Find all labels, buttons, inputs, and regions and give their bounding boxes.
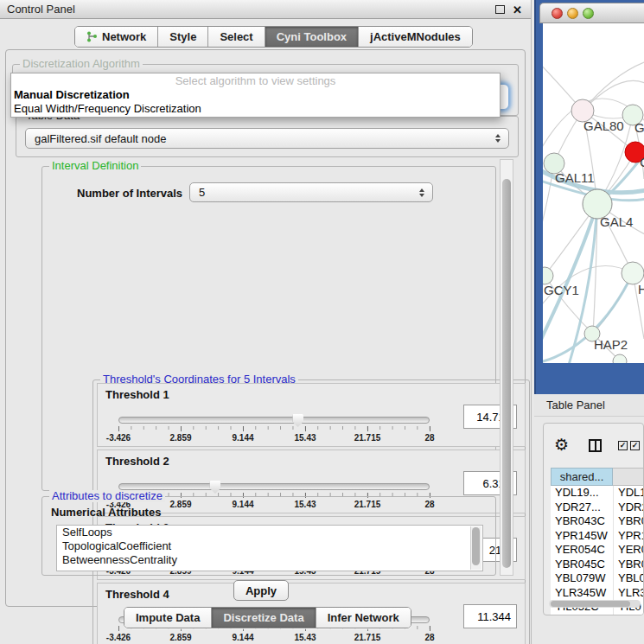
slider-ticks: -3.426 2.859 9.144 15.43 21.715 28 <box>118 426 430 443</box>
label-gcy1: GCY1 <box>544 283 579 297</box>
attributes-group-title: Attributes to discretize <box>49 490 165 502</box>
attributes-group: Attributes to discretize Numerical Attri… <box>41 496 496 576</box>
dropdown-placeholder-option[interactable]: Select algorithm to view settings <box>11 73 500 88</box>
apply-button[interactable]: Apply <box>233 580 289 601</box>
list-item[interactable]: TopologicalCoefficient <box>57 539 482 553</box>
float-window-icon[interactable] <box>495 5 505 14</box>
table-row[interactable]: YBR043CYBR0 <box>551 514 644 529</box>
column-header-name[interactable]: na <box>613 468 644 486</box>
slider-thumb[interactable] <box>292 414 303 427</box>
control-panel-title: Control Panel <box>7 3 75 16</box>
mac-zoom-icon[interactable] <box>583 8 594 19</box>
dropdown-option-equal-width[interactable]: Equal Width/Frequency Discretization <box>11 102 500 116</box>
label-hap2: HAP2 <box>594 337 628 352</box>
number-of-intervals-value: 5 <box>199 186 205 199</box>
numerical-attributes-label: Numerical Attributes <box>51 506 161 519</box>
table-horizontal-scrollbar[interactable] <box>549 600 641 608</box>
table-panel-title: Table Panel <box>546 399 605 411</box>
label-gal11: GAL11 <box>555 170 595 185</box>
table-data-group: Table Data galFiltered.sif default node <box>16 116 519 157</box>
list-scrollbar[interactable] <box>470 526 481 570</box>
tab-infer-network[interactable]: Infer Network <box>316 608 411 628</box>
table-body: YDL19...YDL1 YDR27...YDR2 YBR043CYBR0 YP… <box>551 486 644 615</box>
table-row[interactable]: YBL079WYBL0 <box>551 571 644 586</box>
column-header-shared-name[interactable]: shared... <box>551 468 613 486</box>
table-data-value: galFiltered.sif default node <box>35 132 166 145</box>
label-gal80: GAL80 <box>583 118 624 133</box>
number-of-intervals-combobox[interactable]: 5 <box>189 182 433 202</box>
table-row[interactable]: YPR145WYPR1 <box>551 529 644 544</box>
table-row[interactable]: YDR27...YDR2 <box>551 501 644 515</box>
control-panel-titlebar[interactable]: Control Panel ✕ <box>0 0 531 19</box>
algorithm-dropdown-popup: Select algorithm to view settings Manual… <box>10 73 501 118</box>
numerical-attributes-list[interactable]: SelfLoops TopologicalCoefficient Between… <box>56 525 483 571</box>
list-item[interactable]: BetweennessCentrality <box>57 553 482 567</box>
interval-definition-group: Interval Definition Number of Intervals … <box>41 166 496 491</box>
label-ga: GA <box>634 120 644 135</box>
algorithm-group-title: Discretization Algorithm <box>20 58 143 70</box>
tab-cyni-toolbox[interactable]: Cyni Toolbox <box>265 27 359 47</box>
screen: Control Panel ✕ Network Style Select Cyn… <box>0 0 644 644</box>
stepper-arrows-icon <box>495 134 501 143</box>
checkbox-icon[interactable]: ✓ <box>630 441 640 450</box>
tab-network[interactable]: Network <box>75 27 158 47</box>
scrollbar-thumb[interactable] <box>551 601 630 607</box>
tab-impute-data[interactable]: Impute Data <box>124 608 212 628</box>
column-layout-icon[interactable] <box>589 439 602 452</box>
tab-select[interactable]: Select <box>208 27 265 47</box>
network-icon <box>86 31 98 42</box>
interval-definition-title: Interval Definition <box>49 160 141 172</box>
slider-track[interactable] <box>118 417 430 424</box>
table-header-row: shared... na <box>551 468 644 486</box>
table-panel: ⚙ ✓ ✓ shared... na YDL19...YDL1 YDR27...… <box>543 423 644 615</box>
slider-thumb[interactable] <box>209 481 220 494</box>
panel-scrollbar[interactable] <box>500 159 513 576</box>
network-canvas[interactable]: GAL80 GA GAL11 C GAL4 GCY1 H HAP2 <box>543 23 644 363</box>
slider-ticks: -3.426 2.859 9.144 15.43 21.715 28 <box>118 626 430 643</box>
dropdown-option-manual[interactable]: Manual Discretization <box>11 88 500 102</box>
threshold-4-value-field[interactable]: 11.344 <box>463 604 517 628</box>
tab-discretize-data[interactable]: Discretize Data <box>212 608 316 628</box>
network-window-titlebar[interactable] <box>539 3 644 23</box>
number-of-intervals-label: Number of Intervals <box>77 187 182 200</box>
label-h: H <box>638 282 644 296</box>
node-gcy1[interactable] <box>543 267 553 284</box>
slider-track[interactable] <box>118 483 430 490</box>
top-tab-strip: Network Style Select Cyni Toolbox jActiv… <box>74 26 473 48</box>
table-data-combobox[interactable]: galFiltered.sif default node <box>25 128 509 149</box>
table-row[interactable]: YBR045CYBR0 <box>551 558 644 572</box>
label-c: C <box>640 155 644 169</box>
table-row[interactable]: YLR345WYLR3 <box>551 586 644 601</box>
tab-network-label: Network <box>102 30 146 43</box>
close-icon[interactable]: ✕ <box>513 4 522 16</box>
threshold-1-slider[interactable]: -3.426 2.859 9.144 15.43 21.715 28 <box>118 417 430 443</box>
tab-style[interactable]: Style <box>158 27 208 47</box>
table-row[interactable]: YER054CYER0 <box>551 543 644 558</box>
table-row[interactable]: YDL19...YDL1 <box>551 486 644 501</box>
list-item[interactable]: SelfLoops <box>57 526 482 539</box>
threshold-2-label: Threshold 2 <box>105 455 169 468</box>
scrollbar-thumb[interactable] <box>502 179 511 568</box>
bottom-tab-strip: Impute Data Discretize Data Infer Networ… <box>124 607 411 628</box>
mac-close-icon[interactable] <box>552 8 563 19</box>
table-panel-titlebar[interactable]: Table Panel <box>534 394 644 417</box>
threshold-1-label: Threshold 1 <box>105 388 169 401</box>
gear-icon[interactable]: ⚙ <box>554 437 569 453</box>
control-panel-window: Control Panel ✕ Network Style Select Cyn… <box>0 0 532 644</box>
threshold-4-label: Threshold 4 <box>105 588 169 601</box>
checkbox-icon[interactable]: ✓ <box>618 441 628 450</box>
label-gal4: GAL4 <box>600 214 633 229</box>
threshold-panel-1: Threshold 1 -3.426 2.859 9.144 15.43 21.… <box>97 383 526 447</box>
mac-minimize-icon[interactable] <box>567 8 578 19</box>
node-table: shared... na YDL19...YDL1 YDR27...YDR2 Y… <box>551 468 644 615</box>
tab-jactivemnodules[interactable]: jActiveMNodules <box>359 27 472 47</box>
stepper-arrows-icon <box>419 188 424 197</box>
